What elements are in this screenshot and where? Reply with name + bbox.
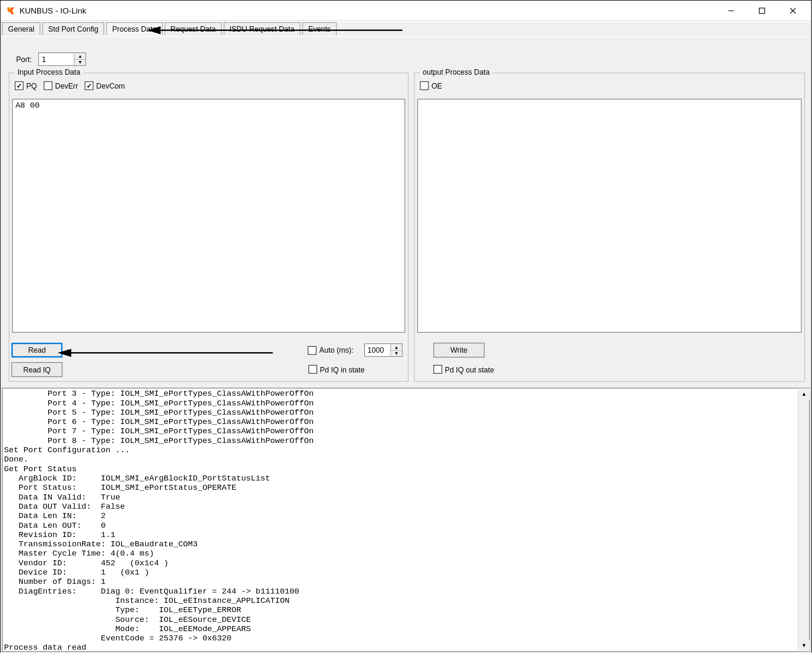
check-icon	[420, 81, 429, 90]
tab-general[interactable]: General	[2, 22, 40, 35]
devcom-label: DevCom	[96, 82, 125, 90]
input-data-text[interactable]: A8 00	[12, 99, 405, 332]
check-icon	[15, 81, 24, 90]
tab-events[interactable]: Events	[302, 22, 337, 35]
check-icon	[308, 346, 317, 355]
port-spinner[interactable]: ▲ ▼	[38, 52, 86, 66]
output-legend: output Process Data	[420, 68, 493, 76]
input-legend: Input Process Data	[15, 68, 83, 76]
app-icon	[6, 6, 15, 15]
port-label: Port:	[16, 55, 32, 63]
tab-std-port-config[interactable]: Std Port Config	[42, 22, 105, 35]
tab-request-data[interactable]: Request Data	[165, 22, 222, 35]
output-data-text[interactable]	[417, 99, 801, 332]
tab-process-data[interactable]: Process Data	[106, 22, 163, 36]
read-button[interactable]: Read	[11, 343, 62, 357]
titlebar: KUNBUS - IO-Link	[1, 1, 811, 21]
output-process-data-group: output Process Data OE Write Pd IQ out s…	[414, 73, 805, 382]
log-console[interactable]: Port 3 - Type: IOLM_SMI_ePortTypes_Class…	[2, 388, 810, 652]
checkbox-pd-iq-out[interactable]: Pd IQ out state	[433, 365, 494, 374]
pd-iq-out-label: Pd IQ out state	[445, 365, 494, 373]
deverr-label: DevErr	[55, 82, 78, 90]
oe-label: OE	[432, 82, 442, 90]
console-scrollbar[interactable]: ▲ ▼	[798, 389, 809, 651]
svg-rect-1	[759, 8, 765, 14]
port-input[interactable]	[39, 53, 74, 65]
checkbox-oe[interactable]: OE	[420, 81, 442, 90]
window-title: KUNBUS - IO-Link	[19, 6, 715, 15]
input-process-data-group: Input Process Data PQ DevErr DevCom	[9, 73, 409, 382]
tab-isdu-request-data[interactable]: ISDU Request Data	[224, 22, 301, 35]
minimize-button[interactable]	[716, 0, 747, 21]
port-spin-down[interactable]: ▼	[75, 59, 85, 65]
auto-label: Auto (ms):	[319, 346, 353, 354]
port-spin-up[interactable]: ▲	[75, 53, 85, 59]
check-icon	[43, 81, 52, 90]
check-icon	[433, 365, 442, 374]
checkbox-devcom[interactable]: DevCom	[85, 81, 125, 90]
pq-label: PQ	[26, 82, 37, 90]
maximize-button[interactable]	[747, 0, 777, 21]
pd-iq-in-label: Pd IQ in state	[320, 365, 364, 373]
auto-ms-input[interactable]	[365, 344, 391, 356]
close-button[interactable]	[777, 0, 808, 21]
auto-ms-spinner[interactable]: ▲ ▼	[364, 343, 402, 357]
checkbox-auto[interactable]: Auto (ms):	[308, 346, 353, 355]
write-button[interactable]: Write	[433, 343, 484, 357]
tab-strip: General Std Port Config Process Data Req…	[2, 22, 811, 37]
app-window: KUNBUS - IO-Link General Std Port Config…	[0, 0, 812, 653]
port-row: Port: ▲ ▼	[16, 52, 86, 66]
scroll-down-icon[interactable]: ▼	[798, 640, 809, 651]
check-icon	[308, 365, 317, 374]
checkbox-deverr[interactable]: DevErr	[43, 81, 78, 90]
auto-spin-down[interactable]: ▼	[391, 351, 402, 356]
read-iq-button[interactable]: Read IQ	[11, 362, 62, 377]
checkbox-pq[interactable]: PQ	[15, 81, 37, 90]
checkbox-pd-iq-in[interactable]: Pd IQ in state	[308, 365, 364, 374]
scroll-up-icon[interactable]: ▲	[798, 389, 809, 400]
auto-spin-up[interactable]: ▲	[391, 344, 402, 351]
check-icon	[85, 81, 94, 90]
client-area: General Std Port Config Process Data Req…	[1, 22, 811, 653]
